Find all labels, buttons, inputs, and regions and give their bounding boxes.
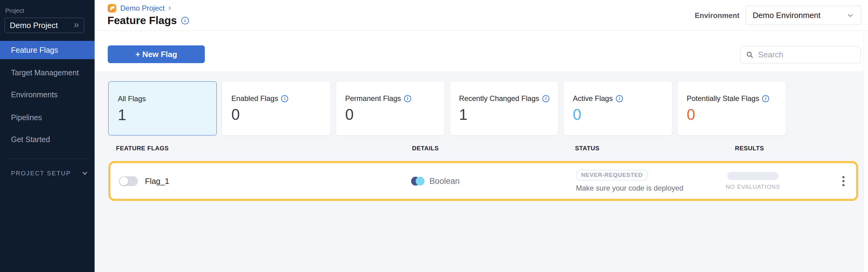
- content-area: All Flags 1 Enabled Flags i 0 Permanent …: [95, 72, 868, 272]
- sidebar-item-label: Pipelines: [11, 113, 42, 122]
- flag-status-cell: NEVER-REQUESTED Make sure your code is d…: [576, 163, 683, 199]
- sidebar-item-pipelines[interactable]: Pipelines: [0, 109, 95, 125]
- project-selector-value: Demo Project: [10, 21, 58, 30]
- breadcrumb-project-link[interactable]: Demo Project: [120, 4, 164, 12]
- stat-card-label: Permanent Flags: [345, 94, 401, 103]
- scrollbar-track[interactable]: [864, 31, 868, 272]
- info-icon[interactable]: i: [404, 95, 411, 102]
- status-badge: NEVER-REQUESTED: [576, 170, 648, 180]
- toolbar: + New Flag: [95, 31, 868, 72]
- sidebar-expand-icon[interactable]: »: [73, 20, 79, 31]
- sidebar-item-target-management[interactable]: Target Management: [0, 65, 95, 80]
- breadcrumb-chevron-icon: ›: [168, 4, 171, 13]
- stat-card-label: All Flags: [118, 95, 146, 103]
- stat-cards-row: All Flags 1 Enabled Flags i 0 Permanent …: [108, 81, 786, 135]
- environment-value: Demo Environment: [753, 11, 821, 20]
- sidebar-item-label: Feature Flags: [11, 46, 58, 55]
- chevron-down-icon: [846, 11, 854, 20]
- toggle-knob: [120, 177, 128, 185]
- title-info-icon[interactable]: i: [181, 17, 189, 24]
- column-header-feature-flags: FEATURE FLAGS: [116, 145, 169, 152]
- table-row-flag-1[interactable]: Flag_1 Boolean NEVER-REQUESTED Make sure…: [108, 161, 858, 201]
- sidebar-item-label: Target Management: [11, 68, 79, 77]
- environment-dropdown[interactable]: Demo Environment: [746, 6, 861, 25]
- stat-card-permanent-flags[interactable]: Permanent Flags i 0: [336, 81, 444, 135]
- stat-card-label: Active Flags: [573, 94, 613, 103]
- page-header: Demo Project › Feature Flags i Environme…: [95, 0, 868, 31]
- flag-type-label: Boolean: [429, 176, 460, 186]
- empty-results-bar: [727, 172, 779, 180]
- sidebar-item-label: Get Started: [11, 135, 50, 144]
- stat-card-value: 0: [345, 106, 444, 123]
- stat-card-value: 1: [459, 106, 558, 123]
- project-setup-label: PROJECT SETUP: [11, 170, 71, 177]
- sidebar-section-project-setup[interactable]: PROJECT SETUP: [0, 166, 95, 180]
- column-header-status: STATUS: [575, 145, 599, 152]
- flag-type: Boolean: [411, 176, 460, 186]
- environment-label: Environment: [695, 11, 740, 20]
- new-flag-button[interactable]: + New Flag: [108, 45, 205, 63]
- stat-card-value: 0: [687, 106, 786, 123]
- stat-card-value: 1: [118, 107, 216, 124]
- feature-flags-page: Project Demo Project » Feature Flags Tar…: [0, 0, 868, 272]
- boolean-type-icon: [411, 176, 425, 185]
- main-area: Demo Project › Feature Flags i Environme…: [95, 0, 868, 272]
- stat-card-active-flags[interactable]: Active Flags i 0: [564, 81, 672, 135]
- column-header-results: RESULTS: [735, 145, 764, 152]
- flag-name[interactable]: Flag_1: [145, 176, 169, 186]
- info-icon[interactable]: i: [542, 95, 549, 102]
- column-header-details: DETAILS: [412, 145, 439, 152]
- stat-card-potentially-stale-flags[interactable]: Potentially Stale Flags i 0: [678, 81, 786, 135]
- stat-card-recently-changed-flags[interactable]: Recently Changed Flags i 1: [450, 81, 558, 135]
- project-label: Project: [5, 7, 24, 14]
- stat-card-label: Enabled Flags: [231, 94, 278, 103]
- page-title: Feature Flags: [107, 14, 177, 27]
- sidebar-item-label: Environments: [11, 90, 58, 99]
- page-title-row: Feature Flags i: [107, 14, 189, 27]
- stat-card-enabled-flags[interactable]: Enabled Flags i 0: [222, 81, 331, 135]
- info-icon[interactable]: i: [762, 95, 769, 102]
- breadcrumb: Demo Project ›: [107, 4, 171, 13]
- stat-card-value: 0: [231, 106, 331, 123]
- environment-group: Environment Demo Environment: [695, 6, 861, 25]
- feature-flags-app-icon: [107, 4, 117, 13]
- sidebar-item-environments[interactable]: Environments: [0, 87, 95, 102]
- sidebar-item-feature-flags[interactable]: Feature Flags: [0, 41, 95, 59]
- status-text: Make sure your code is deployed: [576, 184, 683, 193]
- sidebar: Project Demo Project » Feature Flags Tar…: [0, 0, 95, 272]
- sidebar-divider: [5, 159, 90, 159]
- search-icon: [746, 51, 754, 59]
- stat-card-label: Potentially Stale Flags: [687, 94, 759, 103]
- project-selector[interactable]: Demo Project »: [5, 18, 84, 33]
- stat-card-label: Recently Changed Flags: [459, 94, 539, 103]
- results-text: NO EVALUATIONS: [726, 183, 780, 190]
- sidebar-item-get-started[interactable]: Get Started: [0, 131, 95, 147]
- stat-card-all-flags[interactable]: All Flags 1: [108, 81, 217, 135]
- flag-toggle[interactable]: [119, 176, 138, 186]
- boolean-circle-light: [416, 176, 425, 185]
- info-icon[interactable]: i: [616, 95, 623, 102]
- chevron-down-icon: [81, 170, 89, 177]
- flag-results-cell: NO EVALUATIONS: [722, 163, 783, 199]
- search-input[interactable]: [758, 50, 860, 60]
- stat-card-value: 0: [573, 106, 672, 123]
- row-options-kebab-icon[interactable]: [839, 173, 847, 189]
- info-icon[interactable]: i: [281, 95, 288, 102]
- search-box: [740, 46, 861, 63]
